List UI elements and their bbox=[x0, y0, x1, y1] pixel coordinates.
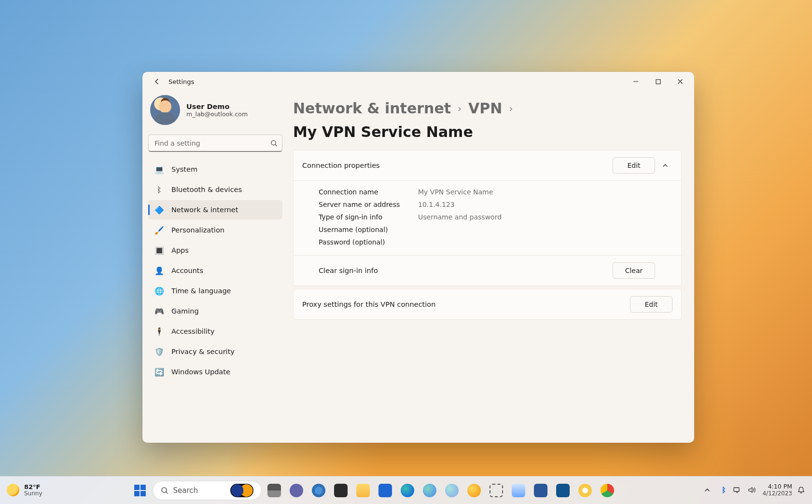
outlook-icon bbox=[378, 484, 392, 497]
notepad-icon bbox=[512, 484, 525, 497]
back-button[interactable] bbox=[149, 74, 165, 89]
sidebar-item-personalization[interactable]: 🖌️Personalization bbox=[148, 220, 282, 240]
taskbar: 82°F Sunny Search bbox=[0, 476, 812, 504]
taskbar-app-settings[interactable] bbox=[309, 481, 328, 500]
clock-date: 4/12/2023 bbox=[762, 490, 792, 497]
start-button[interactable] bbox=[130, 481, 150, 500]
gear-icon bbox=[312, 484, 325, 497]
sidebar-item-apps[interactable]: 🔳Apps bbox=[148, 241, 282, 260]
taskbar-app-chrome-canary[interactable] bbox=[575, 481, 595, 500]
sidebar-item-accessibility[interactable]: 🕴️Accessibility bbox=[148, 322, 282, 341]
taskbar-right: ᛒ 4:10 PM 4/12/2023 bbox=[704, 483, 812, 497]
property-value: My VPN Service Name bbox=[418, 188, 493, 196]
minimize-button[interactable] bbox=[625, 74, 647, 89]
edge-canary-icon bbox=[467, 484, 481, 497]
taskbar-app-store[interactable] bbox=[553, 481, 573, 500]
bluetooth-tray-icon[interactable]: ᛒ bbox=[719, 486, 728, 494]
card-header[interactable]: Connection properties Edit bbox=[294, 150, 681, 180]
taskbar-app-outlook[interactable] bbox=[376, 481, 395, 500]
sidebar-item-update[interactable]: 🔄Windows Update bbox=[148, 362, 282, 381]
taskbar-app-edge-canary[interactable] bbox=[464, 481, 484, 500]
svg-rect-0 bbox=[656, 80, 660, 84]
windows-logo-icon bbox=[134, 485, 146, 496]
taskbar-app-edge[interactable] bbox=[398, 481, 417, 500]
taskbar-clock[interactable]: 4:10 PM 4/12/2023 bbox=[762, 483, 792, 497]
network-tray-icon[interactable] bbox=[733, 487, 743, 493]
sidebar-item-time[interactable]: 🌐Time & language bbox=[148, 281, 282, 300]
taskbar-weather[interactable]: 82°F Sunny bbox=[0, 484, 42, 497]
property-key: Username (optional) bbox=[319, 226, 405, 233]
taskbar-app-snip[interactable] bbox=[487, 481, 506, 500]
sidebar-item-accounts[interactable]: 👤Accounts bbox=[148, 261, 282, 280]
taskbar-search-placeholder: Search bbox=[173, 486, 198, 495]
network-icon: 🔷 bbox=[155, 205, 164, 214]
close-icon bbox=[677, 79, 683, 84]
property-row: Password (optional) bbox=[319, 236, 672, 248]
privacy-icon: 🛡️ bbox=[155, 347, 164, 356]
bell-icon bbox=[797, 486, 805, 494]
maximize-button[interactable] bbox=[647, 74, 669, 89]
sidebar-item-label: Accessibility bbox=[171, 327, 214, 335]
search-input[interactable] bbox=[148, 135, 282, 152]
weather-condition: Sunny bbox=[24, 490, 42, 497]
task-view-button[interactable] bbox=[265, 481, 284, 500]
property-value: 10.1.4.123 bbox=[418, 201, 455, 208]
sidebar-item-network[interactable]: 🔷Network & internet bbox=[148, 200, 282, 219]
edit-connection-button[interactable]: Edit bbox=[613, 157, 655, 174]
property-row: Type of sign-in infoUsername and passwor… bbox=[319, 211, 672, 223]
edit-proxy-button[interactable]: Edit bbox=[630, 296, 672, 313]
sidebar-item-system[interactable]: 💻System bbox=[148, 160, 282, 179]
breadcrumb-network[interactable]: Network & internet bbox=[293, 100, 451, 117]
sidebar-item-privacy[interactable]: 🛡️Privacy & security bbox=[148, 342, 282, 361]
taskbar-app-word[interactable] bbox=[531, 481, 550, 500]
profile-block[interactable]: User Demo m_lab@outlook.com bbox=[148, 92, 282, 132]
volume-tray-icon[interactable] bbox=[748, 487, 757, 493]
taskbar-app-edge-beta[interactable] bbox=[420, 481, 439, 500]
taskbar-app-edge-dev[interactable] bbox=[442, 481, 462, 500]
sidebar: User Demo m_lab@outlook.com 💻SystemᛒBlue… bbox=[142, 91, 288, 443]
window-title: Settings bbox=[168, 78, 194, 85]
edge-beta-icon bbox=[423, 484, 436, 497]
store-icon bbox=[556, 484, 570, 497]
edge-icon bbox=[401, 484, 414, 497]
edge-dev-icon bbox=[445, 484, 459, 497]
gaming-icon: 🎮 bbox=[155, 307, 164, 315]
sidebar-item-gaming[interactable]: 🎮Gaming bbox=[148, 301, 282, 321]
property-key: Connection name bbox=[319, 188, 405, 196]
close-button[interactable] bbox=[669, 74, 691, 89]
chrome-icon bbox=[601, 484, 614, 497]
sidebar-search bbox=[148, 135, 282, 152]
taskbar-app-notepad[interactable] bbox=[509, 481, 528, 500]
snip-icon bbox=[490, 484, 503, 497]
sidebar-item-bluetooth[interactable]: ᛒBluetooth & devices bbox=[148, 180, 282, 199]
titlebar: Settings bbox=[142, 72, 694, 91]
notifications-button[interactable] bbox=[797, 486, 805, 494]
taskbar-app-chrome[interactable] bbox=[598, 481, 617, 500]
property-row: Connection nameMy VPN Service Name bbox=[319, 186, 672, 198]
taskbar-search[interactable]: Search bbox=[153, 481, 262, 500]
svg-rect-3 bbox=[734, 488, 739, 491]
chevron-right-icon: › bbox=[458, 103, 462, 114]
minimize-icon bbox=[633, 79, 639, 84]
terminal-icon bbox=[334, 484, 348, 497]
taskbar-app-chat[interactable] bbox=[287, 481, 306, 500]
clear-signin-button[interactable]: Clear bbox=[613, 262, 655, 279]
breadcrumb-vpn[interactable]: VPN bbox=[468, 100, 502, 117]
taskview-icon bbox=[267, 484, 281, 497]
weather-sun-icon bbox=[7, 484, 19, 496]
chevron-up-icon bbox=[704, 487, 710, 493]
taskbar-app-explorer[interactable] bbox=[353, 481, 373, 500]
clear-signin-label: Clear sign-in info bbox=[319, 267, 378, 274]
weather-temp: 82°F bbox=[24, 484, 42, 490]
tray-overflow-button[interactable] bbox=[704, 487, 714, 493]
time-icon: 🌐 bbox=[155, 286, 164, 295]
sidebar-item-label: Gaming bbox=[171, 307, 199, 315]
bluetooth-icon: ᛒ bbox=[155, 185, 164, 194]
profile-name: User Demo bbox=[186, 103, 248, 110]
arrow-left-icon bbox=[153, 78, 161, 85]
taskbar-center: Search bbox=[42, 481, 705, 500]
taskbar-app-terminal[interactable] bbox=[331, 481, 350, 500]
chevron-up-icon[interactable] bbox=[662, 162, 672, 169]
properties-table: Connection nameMy VPN Service NameServer… bbox=[294, 181, 681, 255]
sidebar-item-label: Windows Update bbox=[171, 368, 230, 376]
